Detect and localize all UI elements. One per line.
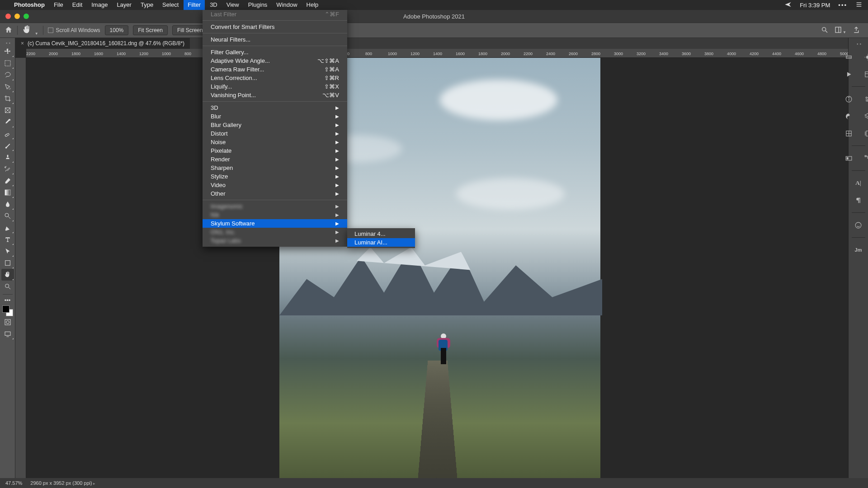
menu-item-plugin-blurred[interactable]: Topaz Labs▶ [203, 236, 347, 245]
menu-item-distort[interactable]: Distort▶ [203, 129, 347, 138]
properties-panel-icon[interactable] [859, 92, 868, 106]
ruler-horizontal[interactable]: 2200200018001600140012001000800600400200… [26, 49, 848, 58]
actions-panel-icon[interactable] [850, 218, 867, 232]
canvas-background[interactable] [26, 58, 848, 478]
history-panel-icon[interactable] [859, 67, 868, 81]
menu-edit[interactable]: Edit [68, 0, 86, 10]
paths-panel-icon[interactable] [859, 151, 868, 165]
menu-item-render[interactable]: Render▶ [203, 155, 347, 164]
menu-item-skylum-software[interactable]: Skylum Software▶ [203, 219, 347, 228]
menu-type[interactable]: Type [137, 0, 157, 10]
pen-tool[interactable] [1, 222, 14, 234]
control-center-icon[interactable]: ••• [838, 2, 847, 9]
menu-item-blur-gallery[interactable]: Blur Gallery▶ [203, 121, 347, 129]
panel-grip-icon[interactable]: •• [854, 42, 863, 47]
menu-item-vanishing-point[interactable]: Vanishing Point...⌥⌘V [203, 91, 347, 99]
menu-item-adaptive-wide-angle[interactable]: Adaptive Wide Angle...⌥⇧⌘A [203, 56, 347, 65]
menu-select[interactable]: Select [158, 0, 183, 10]
menu-filter[interactable]: Filter [184, 0, 205, 10]
channels-panel-icon[interactable] [840, 151, 858, 165]
hand-tool-icon[interactable]: ▼ [22, 25, 38, 36]
info-panel-icon[interactable] [840, 92, 858, 106]
menu-item-plugin-blurred[interactable]: Nik▶ [203, 211, 347, 219]
search-icon[interactable] [821, 26, 828, 35]
character-panel-icon[interactable]: A| [850, 176, 867, 190]
lasso-tool[interactable] [1, 69, 14, 81]
color-panel-icon[interactable] [840, 50, 858, 64]
menu-item-3d[interactable]: 3D▶ [203, 103, 347, 112]
submenu-item-luminar4[interactable]: Luminar 4... [347, 230, 415, 238]
crop-tool[interactable] [1, 93, 14, 104]
menubar-list-icon[interactable] [855, 1, 863, 9]
menu-item-camera-raw[interactable]: Camera Raw Filter...⇧⌘A [203, 65, 347, 74]
menu-item-convert-smart[interactable]: Convert for Smart Filters [203, 23, 347, 31]
menu-layer[interactable]: Layer [113, 0, 136, 10]
menu-item-blur[interactable]: Blur▶ [203, 112, 347, 121]
zoom-tool[interactable] [1, 281, 14, 292]
blur-tool[interactable] [1, 198, 14, 210]
status-zoom[interactable]: 47.57% [5, 480, 22, 486]
eyedropper-tool[interactable] [1, 116, 14, 128]
app-menu-photoshop[interactable]: Photoshop [10, 0, 49, 10]
eraser-tool[interactable] [1, 175, 14, 187]
menu-view[interactable]: View [222, 0, 243, 10]
window-minimize-button[interactable] [14, 14, 20, 19]
edit-toolbar-icon[interactable]: ••• [1, 296, 14, 304]
gradient-tool[interactable] [1, 187, 14, 198]
share-icon[interactable] [853, 26, 860, 35]
libraries-panel-icon[interactable] [859, 127, 868, 140]
clone-stamp-tool[interactable] [1, 151, 14, 163]
play-panel-icon[interactable] [840, 67, 858, 81]
menu-item-noise[interactable]: Noise▶ [203, 138, 347, 146]
paragraph-panel-icon[interactable] [850, 193, 867, 207]
quick-selection-tool[interactable] [1, 81, 14, 93]
menu-file[interactable]: File [50, 0, 67, 10]
menu-item-lens-correction[interactable]: Lens Correction...⇧⌘R [203, 74, 347, 82]
fit-screen-button[interactable]: Fit Screen [133, 25, 168, 35]
marquee-tool[interactable] [1, 57, 14, 69]
panel-grip-icon[interactable]: •• [3, 41, 12, 46]
window-zoom-button[interactable] [24, 14, 29, 19]
shape-tool[interactable] [1, 257, 14, 269]
adjustments-panel-icon[interactable] [840, 109, 858, 123]
menu-item-plugin-blurred[interactable]: ON1, Inc.▶ [203, 228, 347, 236]
menu-item-pixelate[interactable]: Pixelate▶ [203, 146, 347, 155]
submenu-item-luminar-ai[interactable]: Luminar AI... [347, 238, 415, 247]
menu-help[interactable]: Help [302, 0, 323, 10]
ruler-vertical[interactable] [15, 58, 26, 478]
document-tab[interactable]: × (c) Cuma Cevik_IMG_20180416_160821.dng… [15, 38, 190, 49]
menu-3d[interactable]: 3D [206, 0, 222, 10]
zoom-100-button[interactable]: 100% [105, 25, 129, 35]
menu-image[interactable]: Image [87, 0, 112, 10]
screen-mode-toggle[interactable] [1, 328, 14, 340]
frame-tool[interactable] [1, 104, 14, 116]
type-tool[interactable] [1, 234, 14, 245]
menu-item-stylize[interactable]: Stylize▶ [203, 172, 347, 181]
path-selection-tool[interactable] [1, 245, 14, 257]
hand-tool[interactable] [1, 269, 14, 281]
menu-item-video[interactable]: Video▶ [203, 181, 347, 189]
menu-item-liquify[interactable]: Liquify...⇧⌘X [203, 82, 347, 91]
quick-mask-toggle[interactable] [1, 316, 14, 328]
scroll-all-windows-checkbox[interactable]: Scroll All Windows [48, 27, 100, 33]
close-tab-icon[interactable]: × [21, 40, 24, 47]
healing-brush-tool[interactable] [1, 128, 14, 140]
move-tool[interactable] [1, 46, 14, 57]
brush-tool[interactable] [1, 140, 14, 151]
layers-panel-icon[interactable] [859, 109, 868, 123]
history-brush-tool[interactable] [1, 163, 14, 175]
menu-plugins[interactable]: Plugins [244, 0, 272, 10]
workspace-switcher-icon[interactable]: ▼ [835, 26, 846, 35]
menu-item-plugin-blurred[interactable]: Imagenomic▶ [203, 202, 347, 211]
status-doc-size[interactable]: 2960 px x 3952 px (300 ppi) [30, 480, 95, 486]
swatches-panel-icon[interactable] [859, 50, 868, 64]
menu-window[interactable]: Window [272, 0, 301, 10]
grid-panel-icon[interactable] [840, 127, 858, 140]
user-panel-badge[interactable]: Jm [850, 243, 867, 257]
dodge-tool[interactable] [1, 210, 14, 222]
menu-item-other[interactable]: Other▶ [203, 189, 347, 198]
menu-item-filter-gallery[interactable]: Filter Gallery... [203, 48, 347, 56]
menu-item-sharpen[interactable]: Sharpen▶ [203, 164, 347, 172]
home-button[interactable] [5, 26, 13, 35]
menu-item-neural-filters[interactable]: Neural Filters... [203, 35, 347, 44]
